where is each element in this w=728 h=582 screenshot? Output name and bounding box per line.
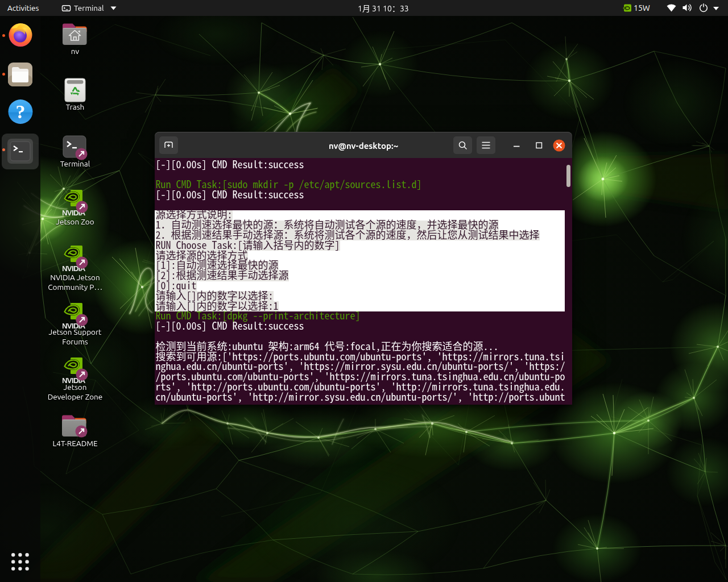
svg-text:?: ?: [16, 101, 26, 122]
